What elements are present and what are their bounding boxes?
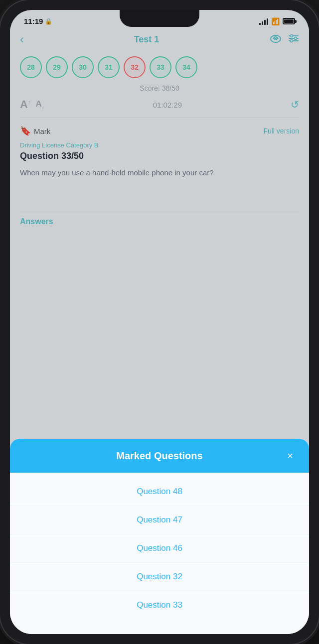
modal-overlay[interactable]: Marked Questions × Question 48 Question … (10, 10, 309, 634)
marked-questions-modal: Marked Questions × Question 48 Question … (10, 439, 309, 634)
modal-header: Marked Questions × (10, 439, 309, 473)
modal-close-button[interactable]: × (283, 449, 297, 463)
marked-question-item-4[interactable]: Question 33 (10, 591, 309, 619)
marked-question-item-1[interactable]: Question 47 (10, 506, 309, 534)
modal-list: Question 48 Question 47 Question 46 Ques… (10, 473, 309, 634)
marked-question-item-0[interactable]: Question 48 (10, 478, 309, 506)
marked-question-item-3[interactable]: Question 32 (10, 563, 309, 591)
modal-title: Marked Questions (36, 450, 283, 462)
phone-screen: 11:19 🔒 📶 ‹ Test 1 (10, 10, 309, 634)
phone-frame: 11:19 🔒 📶 ‹ Test 1 (0, 0, 319, 644)
marked-question-item-2[interactable]: Question 46 (10, 534, 309, 563)
